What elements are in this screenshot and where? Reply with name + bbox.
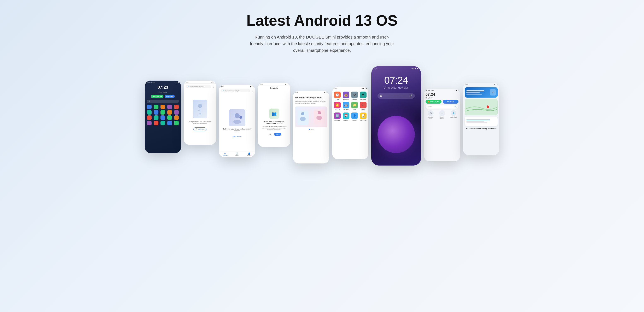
- phone-dark-home: No SIM card ▲ ▼ ■ 07:23 Mon, Jul 24 DOOG…: [145, 81, 181, 153]
- app-settings[interactable]: ⚙ Settings: [351, 92, 358, 100]
- svg-point-10: [300, 117, 306, 121]
- page-wrapper: Latest Android 13 OS Running on Android …: [0, 0, 644, 166]
- p8-nearby-share[interactable]: ↗ NearbyShare: [437, 110, 447, 120]
- p1-time: 07:23: [145, 85, 181, 90]
- p2-time: 07:27: [186, 81, 189, 83]
- app-assistant[interactable]: 🤖 Assistant: [342, 102, 350, 111]
- p6-time: 07:24: [334, 88, 337, 89]
- p1-btn-blue[interactable]: Bluetooth: [164, 95, 175, 98]
- p3-tab-contacts[interactable]: 👤 Contacts: [247, 152, 252, 156]
- p7-time: 07:24: [374, 68, 378, 70]
- p5-illustration: [295, 107, 327, 127]
- p3-tab-favorites[interactable]: ★ Favorites: [222, 152, 228, 156]
- p9-sun-icon: ☀: [490, 89, 496, 96]
- p8-btn2-label: Bluetooth: [447, 101, 454, 103]
- p2-signal: ▲▼ ■: [211, 81, 214, 83]
- header-section: Latest Android 13 OS Running on Android …: [8, 13, 636, 54]
- p6-signal: ⚙ ◆ ▼ ■: [362, 88, 367, 89]
- app-calculator[interactable]: 🔢 Calculator: [334, 113, 341, 121]
- app-keep-notes[interactable]: 📝 Keep Notes: [360, 113, 367, 121]
- app-calendar[interactable]: 📅 Calendar: [342, 113, 350, 121]
- google-g-icon: G: [380, 95, 382, 97]
- svg-point-6: [233, 120, 241, 124]
- app-safety[interactable]: 🛡 Safety: [360, 102, 367, 111]
- p3-signal: ◆▼ ■: [250, 86, 254, 87]
- p2-search-icon: 🔍: [188, 86, 190, 87]
- app-files[interactable]: 📁 Files: [351, 102, 358, 111]
- svg-point-9: [301, 112, 304, 115]
- app-sim[interactable]: 📶 SIM 工具: [334, 102, 341, 111]
- app-contacts[interactable]: 👤 Contacts: [351, 113, 358, 121]
- p5-title: Welcome to Google Meet: [295, 96, 327, 99]
- p3-tab-recents[interactable]: 🕐 Recents: [235, 152, 240, 156]
- p4-google-contacts-icon: 👥: [269, 109, 279, 119]
- phone-google-meet: 07:27 ▲▼ ■ Welcome to Google Meet Make v…: [293, 91, 329, 163]
- p2-start-chat-btn[interactable]: 💬 Start chat: [194, 127, 207, 131]
- dot-2: [310, 129, 312, 130]
- p8-wifi-btn[interactable]: 📶 DOOGEE_5G: [426, 100, 442, 104]
- p1-signal: ▲ ▼ ■: [174, 82, 179, 83]
- p4-desc: Contacts works best with a Google Accoun…: [261, 126, 287, 131]
- app-sound-rec[interactable]: 🎙 Sound Rec.: [360, 92, 367, 100]
- p7-google-bar[interactable]: G 🎤: [378, 93, 415, 99]
- svg-point-5: [234, 113, 240, 118]
- p1-btn-green[interactable]: DOOGEE_5G: [151, 95, 164, 98]
- p2-caption: Once you start a new conversation, you'l…: [188, 121, 212, 125]
- bluetooth-icon: 🔷: [445, 101, 447, 103]
- p9-blue-card: ☀: [465, 87, 498, 98]
- p9-caption: Easy to scan and lovely to look at: [465, 127, 498, 130]
- svg-point-13: [316, 116, 322, 120]
- app-clock[interactable]: 🕐 Clock: [334, 92, 341, 100]
- p8-nosim: No SIM card: [426, 90, 434, 91]
- svg-point-7: [240, 116, 242, 119]
- p4-signal: ▲▼ ■: [285, 84, 288, 85]
- p8-btn1-label: DOOGEE_5G: [430, 101, 439, 103]
- chat-icon: 💬: [196, 128, 198, 130]
- app-fmradio[interactable]: 📻 FM Radio: [342, 92, 350, 100]
- p8-underwater[interactable]: 💧 UnderWater: [448, 110, 458, 120]
- p8-search-placeholder: Search: [428, 106, 432, 108]
- p7-wallpaper-orb: [378, 116, 415, 153]
- p7-clock: 07:24: [371, 75, 421, 86]
- p3-illustration: [229, 109, 246, 126]
- p4-heading: Back up & organize your contacts with Go…: [261, 121, 287, 124]
- p3-search-placeholder[interactable]: Search contacts & pla...: [225, 90, 240, 92]
- p1-date: Mon, Jul 24: [145, 91, 181, 93]
- wifi-icon: 📶: [428, 101, 430, 103]
- svg-line-3: [198, 113, 200, 115]
- p8-qr-code[interactable]: ⊡ Scan QRcode: [426, 110, 436, 120]
- p5-signal: ▲▼ ■: [324, 92, 328, 93]
- phone-wallpaper: 07:24 ⚙ ◆ ▼ ■ 07:24 24·07·2023, MONDAY G…: [371, 66, 421, 166]
- p8-date: Mon, Jul 24: [424, 97, 460, 99]
- p7-date: 24·07·2023, MONDAY: [371, 87, 421, 89]
- p8-search-bar[interactable]: Search 🔍: [426, 105, 458, 109]
- phone-app-grid: 07:24 ⚙ ◆ ▼ ■ 🕐 Clock 📻 FM Radio ⚙ Setti…: [332, 87, 368, 159]
- phone-messages: 07:27 ▲▼ ■ 🔍 Search conversations ⋮: [184, 81, 216, 145]
- p4-skip-btn[interactable]: Skip: [267, 133, 273, 136]
- svg-line-4: [200, 113, 202, 115]
- phone-map-qr: 07:28 ▲▼ ■ ☀: [463, 83, 499, 155]
- p2-search-placeholder[interactable]: Search conversations: [190, 86, 204, 87]
- page-title: Latest Android 13 OS: [8, 13, 636, 29]
- dot-1: [309, 129, 310, 130]
- p8-bt-btn[interactable]: 🔷 Bluetooth: [443, 100, 459, 104]
- p3-menu-icon[interactable]: ⋮: [252, 90, 254, 92]
- p9-time: 07:28: [465, 84, 468, 85]
- p1-search[interactable]: 🔍: [147, 100, 179, 103]
- p2-illustration: [193, 100, 207, 118]
- p3-fav-link[interactable]: Add a favorite: [232, 134, 242, 138]
- p4-contacts-title: Contacts: [258, 86, 290, 90]
- p4-signin-btn[interactable]: Sign in: [274, 133, 281, 136]
- p2-menu-icon[interactable]: ⋮: [212, 86, 214, 88]
- p7-icons: ⚙ ◆ ▼ ■: [412, 68, 418, 70]
- p9-signal: ▲▼ ■: [494, 84, 498, 85]
- p5-time: 07:27: [295, 92, 298, 93]
- svg-point-0: [198, 104, 202, 108]
- phone-contacts-empty: 07:37 ◆▼ ■ 🔍 Search contacts & pla... ⋮: [219, 85, 255, 157]
- p3-search-icon: 🔍: [222, 90, 224, 92]
- dot-3: [312, 129, 314, 130]
- p8-time: 07:24: [424, 92, 460, 97]
- svg-point-12: [318, 111, 321, 114]
- phone-quick-settings: No SIM card ▲▼ ■ 07:24 Mon, Jul 24 📶 DOO…: [424, 89, 460, 161]
- phone-contacts-google: 07:38 ▲▼ ■ Contacts 👥 Back up & organize…: [258, 83, 290, 147]
